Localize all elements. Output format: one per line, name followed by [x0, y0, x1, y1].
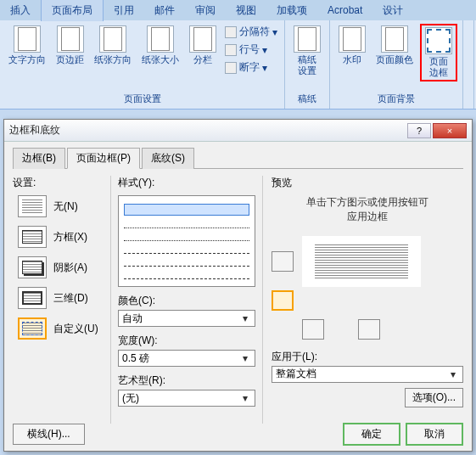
border-bottom-button[interactable]: [272, 290, 294, 311]
line-numbers-icon: [225, 44, 237, 56]
preview-label: 预览: [272, 176, 463, 190]
hyphenation-icon: [225, 62, 237, 74]
size-button[interactable]: 纸张大小: [138, 24, 182, 67]
style-column: 样式(Y): 颜色(C): 自动▾ 宽度(W): 0.5 磅▾: [110, 176, 263, 424]
shadow-icon: [18, 256, 47, 278]
style-line-dotted2[interactable]: [124, 231, 249, 241]
dialog-footer: 横线(H)... 确定 取消: [13, 423, 463, 446]
chevron-down-icon: ▾: [239, 392, 251, 404]
line-numbers-button[interactable]: 行号▾: [223, 42, 279, 58]
tab-acrobat[interactable]: Acrobat: [317, 1, 372, 20]
preview-hint: 单击下方图示或使用按钮可 应用边框: [272, 195, 463, 224]
chevron-down-icon: ▾: [447, 368, 459, 380]
page-color-icon: [381, 25, 408, 53]
tab-view[interactable]: 视图: [226, 0, 266, 21]
group-label-page-setup: 页面设置: [5, 91, 279, 107]
breaks-icon: [225, 26, 237, 38]
text-direction-icon: [14, 25, 41, 53]
group-paper: 稿纸 设置 稿纸: [285, 20, 330, 109]
art-label: 艺术型(R):: [118, 374, 255, 388]
setting-custom[interactable]: 自定义(U): [18, 317, 110, 340]
group-paragraph-snippet: [463, 20, 474, 109]
border-left-button[interactable]: [302, 319, 324, 340]
style-line-dashdot[interactable]: [124, 269, 249, 279]
page-border-button[interactable]: 页面 边框: [420, 24, 457, 81]
help-button[interactable]: ?: [407, 123, 431, 138]
chevron-down-icon: ▾: [239, 312, 251, 324]
color-label: 颜色(C):: [118, 294, 255, 308]
paper-settings-button[interactable]: 稿纸 设置: [290, 24, 324, 78]
ok-button[interactable]: 确定: [343, 423, 400, 446]
hyphenation-button[interactable]: 断字▾: [223, 59, 279, 76]
custom-icon: [18, 317, 47, 340]
box-icon: [18, 226, 47, 248]
tab-references[interactable]: 引用: [104, 0, 144, 21]
width-label: 宽度(W):: [118, 334, 255, 348]
preview-box[interactable]: [302, 236, 421, 287]
group-page-setup: 文字方向 页边距 纸张方向 纸张大小 分栏 分隔符▾ 行号▾ 断字▾: [0, 20, 285, 109]
style-label: 样式(Y):: [118, 176, 255, 190]
borders-shading-dialog: 边框和底纹 ? × 边框(B) 页面边框(P) 底纹(S) 设置: 无(N) 方…: [3, 119, 473, 452]
page-color-button[interactable]: 页面颜色: [372, 24, 417, 67]
cancel-button[interactable]: 取消: [406, 423, 463, 446]
options-button[interactable]: 选项(O)...: [405, 388, 463, 407]
columns-button[interactable]: 分栏: [186, 24, 220, 67]
margins-button[interactable]: 页边距: [53, 24, 87, 67]
color-combo[interactable]: 自动▾: [118, 310, 255, 327]
ribbon-body: 文字方向 页边距 纸张方向 纸张大小 分栏 分隔符▾ 行号▾ 断字▾: [0, 20, 476, 110]
style-line-dashed2[interactable]: [124, 256, 249, 267]
margins-icon: [57, 25, 84, 53]
text-direction-button[interactable]: 文字方向: [5, 24, 49, 67]
ribbon-tab-row: 插入 页面布局 引用 邮件 审阅 视图 加载项 Acrobat 设计: [0, 0, 476, 20]
tab-insert[interactable]: 插入: [0, 0, 41, 21]
border-top-button[interactable]: [272, 251, 294, 272]
setting-3d[interactable]: 三维(D): [18, 287, 110, 309]
close-button[interactable]: ×: [433, 123, 467, 138]
paper-icon: [294, 25, 321, 53]
columns-icon: [189, 25, 216, 53]
page-setup-small: 分隔符▾ 行号▾ 断字▾: [223, 24, 279, 76]
style-line-dashed[interactable]: [124, 244, 249, 254]
group-label-paper: 稿纸: [290, 91, 324, 107]
watermark-icon: [339, 25, 366, 53]
tab-design[interactable]: 设计: [372, 0, 413, 21]
setting-none[interactable]: 无(N): [18, 195, 110, 217]
tab-border[interactable]: 边框(B): [13, 148, 65, 169]
settings-column: 设置: 无(N) 方框(X) 阴影(A) 三维(D): [13, 176, 110, 424]
border-right-button[interactable]: [358, 319, 380, 340]
orientation-button[interactable]: 纸张方向: [91, 24, 135, 67]
settings-label: 设置:: [13, 176, 110, 190]
group-page-background: 水印 页面颜色 页面 边框 页面背景: [330, 20, 463, 109]
preview-column: 预览 单击下方图示或使用按钮可 应用边框 应用于(L): 整篇文档▾ 选项(O)…: [263, 176, 463, 424]
dialog-titlebar: 边框和底纹 ? ×: [4, 120, 472, 142]
tab-addins[interactable]: 加载项: [266, 0, 317, 21]
style-line-dotted[interactable]: [124, 218, 249, 228]
size-icon: [147, 25, 174, 53]
tab-shading[interactable]: 底纹(S): [142, 148, 194, 169]
width-combo[interactable]: 0.5 磅▾: [118, 350, 255, 367]
dialog-tab-row: 边框(B) 页面边框(P) 底纹(S): [13, 147, 463, 169]
apply-combo[interactable]: 整篇文档▾: [272, 366, 463, 383]
watermark-button[interactable]: 水印: [335, 24, 369, 67]
orientation-icon: [99, 25, 126, 53]
breaks-button[interactable]: 分隔符▾: [223, 24, 279, 40]
setting-shadow[interactable]: 阴影(A): [18, 256, 110, 278]
horizontal-line-button[interactable]: 横线(H)...: [13, 424, 85, 445]
setting-box[interactable]: 方框(X): [18, 226, 110, 248]
style-line-solid[interactable]: [124, 204, 249, 216]
tab-page-border[interactable]: 页面边框(P): [67, 148, 140, 169]
threed-icon: [18, 287, 47, 309]
dialog-title: 边框和底纹: [9, 123, 406, 138]
art-combo[interactable]: (无)▾: [118, 390, 255, 407]
tab-mailings[interactable]: 邮件: [144, 0, 185, 21]
group-label-background: 页面背景: [335, 91, 457, 107]
none-icon: [18, 195, 47, 217]
page-border-icon: [425, 27, 452, 54]
tab-page-layout[interactable]: 页面布局: [41, 0, 104, 21]
tab-review[interactable]: 审阅: [185, 0, 226, 21]
style-listbox[interactable]: [118, 195, 255, 287]
chevron-down-icon: ▾: [239, 352, 251, 364]
apply-label: 应用于(L):: [272, 350, 463, 364]
